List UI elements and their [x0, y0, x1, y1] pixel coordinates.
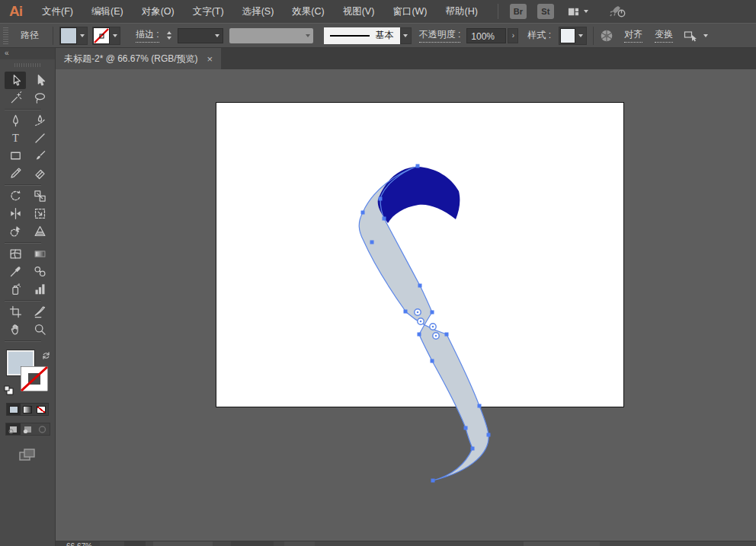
rectangle-tool[interactable]: [5, 147, 26, 164]
opacity-expand-button[interactable]: ›: [508, 28, 518, 43]
stroke-weight-label[interactable]: 描边 :: [136, 28, 159, 43]
anchor-point[interactable]: [487, 433, 491, 437]
anchor-point[interactable]: [383, 217, 386, 221]
stroke-none-swatch[interactable]: [93, 27, 110, 44]
menu-item-file[interactable]: 文件(F): [33, 0, 82, 23]
close-tab-icon[interactable]: ×: [207, 54, 213, 64]
none-button[interactable]: [34, 404, 48, 415]
isolate-selection-icon[interactable]: [684, 29, 699, 42]
selection-tool[interactable]: [5, 72, 26, 89]
panel-grip-icon[interactable]: [3, 27, 8, 44]
menu-item-window[interactable]: 窗口(W): [383, 0, 436, 23]
line-segment-tool[interactable]: [29, 129, 50, 147]
menu-item-type[interactable]: 文字(T): [184, 0, 233, 23]
curvature-tool[interactable]: [29, 112, 50, 129]
document-tab[interactable]: 未标题-2* @ 66.67% (RGB/预览) ×: [56, 48, 221, 69]
recolor-artwork-icon[interactable]: [600, 29, 613, 43]
stroke-proxy-swatch[interactable]: [21, 366, 48, 391]
blend-tool[interactable]: [29, 263, 50, 280]
anchor-point[interactable]: [418, 284, 422, 288]
graphic-style-swatch[interactable]: [560, 28, 575, 43]
mesh-tool[interactable]: [5, 245, 26, 263]
stroke-weight-stepper[interactable]: [167, 27, 176, 44]
paintbrush-tool[interactable]: [29, 147, 50, 164]
step-up-icon[interactable]: [167, 31, 171, 34]
menu-item-edit[interactable]: 编辑(E): [82, 0, 133, 23]
menu-item-effect[interactable]: 效果(C): [283, 0, 333, 23]
opacity-label[interactable]: 不透明度 :: [419, 28, 461, 43]
anchor-point[interactable]: [431, 311, 434, 315]
align-link[interactable]: 对齐: [624, 28, 642, 43]
tool-row: [5, 321, 50, 338]
gradient-tool[interactable]: [29, 245, 50, 263]
canvas-pasteboard[interactable]: [56, 69, 756, 541]
menu-item-view[interactable]: 视图(V): [334, 0, 384, 23]
anchor-point[interactable]: [431, 359, 434, 363]
variable-width-profile[interactable]: 基本: [324, 27, 412, 44]
anchor-point[interactable]: [404, 310, 408, 314]
scale-tool[interactable]: [29, 187, 50, 205]
width-tool-tool[interactable]: [5, 205, 26, 222]
stroke-color-dropdown[interactable]: [92, 27, 120, 45]
draw-behind-button[interactable]: [21, 423, 35, 435]
lasso-tool[interactable]: [29, 89, 50, 107]
anchor-point[interactable]: [418, 333, 421, 337]
tools-panel: « T: [0, 48, 56, 546]
anchor-point[interactable]: [361, 211, 365, 215]
stroke-profile-line-icon: [330, 35, 370, 37]
menu-item-select[interactable]: 选择(S): [233, 0, 284, 23]
fill-color-swatch[interactable]: [60, 27, 77, 44]
fill-color-dropdown[interactable]: [59, 27, 88, 45]
collapse-panel-button[interactable]: «: [0, 48, 55, 59]
hand-tool[interactable]: [5, 321, 26, 338]
tool-row: [5, 303, 50, 321]
gpu-performance-button[interactable]: [608, 5, 626, 19]
symbol-sprayer-tool[interactable]: [5, 280, 26, 298]
anchor-point[interactable]: [464, 426, 468, 430]
stock-button[interactable]: St: [537, 4, 554, 19]
anchor-point[interactable]: [445, 333, 449, 337]
pencil-tool[interactable]: [5, 164, 26, 182]
zoom-tool[interactable]: [29, 321, 50, 338]
shape-builder-tool[interactable]: [5, 222, 26, 240]
status-zoom-value[interactable]: 66.67%: [66, 542, 92, 546]
eyedropper-tool[interactable]: [5, 263, 26, 280]
direct-selection-tool[interactable]: [29, 72, 50, 89]
gradient-button[interactable]: [21, 404, 34, 415]
menu-item-object[interactable]: 对象(O): [133, 0, 184, 23]
magic-wand-tool[interactable]: [5, 89, 26, 107]
rotate-tool[interactable]: [5, 187, 26, 205]
chevron-down-icon[interactable]: [703, 34, 708, 37]
stroke-weight-chevron[interactable]: [213, 28, 223, 43]
transform-link[interactable]: 变换: [655, 28, 673, 43]
artboard-tool[interactable]: [5, 303, 26, 321]
pen-tool[interactable]: [5, 112, 26, 129]
eraser-tool[interactable]: [29, 164, 50, 182]
anchor-point[interactable]: [379, 197, 383, 201]
swap-fill-stroke-icon[interactable]: [41, 351, 51, 360]
color-button[interactable]: [7, 404, 21, 415]
screen-mode-button[interactable]: [18, 448, 37, 465]
panel-grip-icon[interactable]: [14, 63, 40, 67]
default-fill-stroke-icon[interactable]: [4, 385, 14, 395]
step-down-icon[interactable]: [167, 37, 171, 40]
column-graph-tool[interactable]: [29, 280, 50, 298]
anchor-point[interactable]: [471, 447, 475, 451]
crescent-shape-path[interactable]: [378, 167, 460, 223]
anchor-point[interactable]: [431, 479, 435, 483]
bridge-button[interactable]: Br: [510, 4, 527, 19]
tool-group-separator: [5, 109, 41, 110]
menu-item-help[interactable]: 帮助(H): [437, 0, 487, 23]
free-transform-tool[interactable]: [29, 205, 50, 222]
slice-tool[interactable]: [29, 303, 50, 321]
anchor-point[interactable]: [478, 404, 482, 408]
perspective-grid-tool[interactable]: [29, 222, 50, 240]
graphic-style-dropdown[interactable]: [559, 27, 587, 45]
type-tool[interactable]: T: [5, 129, 26, 147]
anchor-point[interactable]: [370, 241, 374, 244]
stroke-weight-field[interactable]: [178, 28, 213, 43]
workspace-switcher[interactable]: [567, 6, 588, 18]
draw-normal-button[interactable]: [6, 423, 21, 435]
anchor-point[interactable]: [416, 164, 420, 168]
opacity-input[interactable]: [466, 28, 506, 43]
